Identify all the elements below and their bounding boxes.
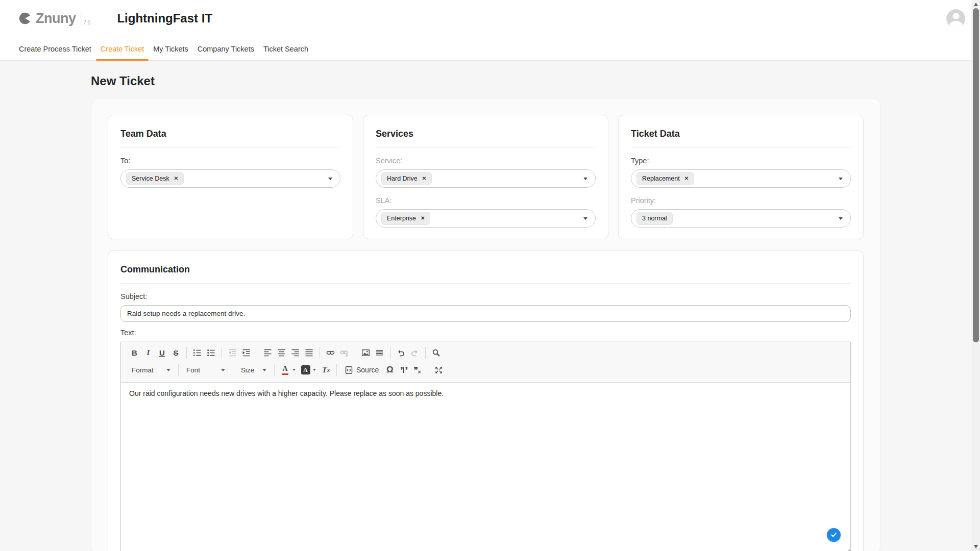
scrollbar-up-icon[interactable]	[974, 3, 978, 6]
tab-my-tickets[interactable]: My Tickets	[149, 37, 192, 60]
type-label: Type:	[631, 157, 851, 165]
redo-icon[interactable]	[408, 346, 422, 359]
main-nav: Create Process Ticket Create Ticket My T…	[0, 37, 971, 61]
user-avatar-icon[interactable]	[946, 9, 965, 28]
ticket-data-card: Ticket Data Type: Replacement ✕ Priority	[618, 115, 864, 239]
text-label: Text:	[120, 329, 851, 337]
ticket-data-title: Ticket Data	[631, 129, 851, 148]
editor-body[interactable]: Our raid configuration needs new drives …	[121, 383, 850, 551]
chevron-down-icon[interactable]	[292, 369, 296, 371]
bold-icon[interactable]: B	[128, 346, 141, 359]
page-scrollbar[interactable]	[971, 0, 980, 551]
remove-icon[interactable]: ✕	[422, 176, 426, 181]
chevron-down-icon[interactable]	[583, 178, 587, 180]
unlink-icon[interactable]	[337, 346, 351, 359]
page: Znuny 7.0 LightningFast IT Create Proces…	[0, 0, 971, 551]
logo-divider	[81, 14, 81, 24]
service-select[interactable]: Hard Drive ✕	[376, 169, 596, 188]
justify-icon[interactable]	[302, 346, 316, 359]
align-left-icon[interactable]	[261, 346, 275, 359]
link-icon[interactable]	[324, 346, 337, 359]
remove-icon[interactable]: ✕	[684, 176, 689, 181]
service-label: Service:	[376, 157, 596, 165]
communication-card: Communication Subject: Text: B I U	[108, 251, 864, 551]
type-select[interactable]: Replacement ✕	[631, 169, 851, 188]
znuny-logo[interactable]: Znuny 7.0	[18, 11, 90, 27]
chevron-down-icon[interactable]	[313, 369, 316, 371]
italic-icon[interactable]: I	[141, 346, 155, 359]
tab-create-ticket[interactable]: Create Ticket	[96, 37, 149, 60]
horizontal-rule-icon[interactable]	[373, 346, 386, 359]
sla-label: SLA:	[376, 196, 596, 205]
remove-quote-icon[interactable]: ❜❜✕	[410, 363, 424, 377]
type-selected-pill: Replacement ✕	[636, 172, 694, 185]
editor-resize-handle[interactable]	[844, 549, 850, 551]
remove-format-icon[interactable]: Tx	[319, 363, 333, 377]
background-color-icon[interactable]: A	[299, 363, 312, 377]
special-character-icon[interactable]: Ω	[383, 363, 397, 377]
indent-icon[interactable]	[239, 346, 253, 359]
communication-title: Communication	[120, 264, 851, 284]
scrollbar-down-icon[interactable]	[974, 545, 978, 548]
tab-company-tickets[interactable]: Company Tickets	[193, 37, 259, 60]
znuny-pacman-icon	[18, 11, 33, 26]
chevron-down-icon	[221, 369, 225, 371]
cards-row: Team Data To: Service Desk ✕ Servi	[108, 115, 864, 239]
chevron-down-icon[interactable]	[583, 217, 587, 220]
image-icon[interactable]	[359, 346, 373, 359]
underline-icon[interactable]: U	[155, 346, 169, 359]
subject-input[interactable]	[120, 305, 851, 322]
check-icon	[830, 531, 838, 539]
text-color-icon[interactable]: A	[278, 363, 292, 377]
remove-icon[interactable]: ✕	[174, 176, 178, 181]
chevron-down-icon	[262, 369, 266, 371]
remove-icon[interactable]: ✕	[421, 216, 425, 221]
services-card: Services Service: Hard Drive ✕ SLA:	[363, 115, 608, 239]
chevron-down-icon[interactable]	[839, 178, 843, 180]
richtext-editor: B I U S	[120, 341, 851, 551]
priority-selected-pill: 3 normal	[636, 212, 673, 225]
font-dropdown[interactable]: Font	[182, 363, 229, 377]
size-dropdown[interactable]: Size	[237, 363, 271, 377]
services-title: Services	[376, 129, 596, 148]
priority-label: Priority:	[631, 196, 851, 205]
source-button[interactable]: Source	[340, 366, 383, 374]
format-dropdown[interactable]: Format	[128, 363, 175, 377]
editor-toolbar: B I U S	[121, 341, 850, 383]
logo-wordmark: Znuny	[36, 11, 76, 27]
to-select[interactable]: Service Desk ✕	[120, 169, 340, 188]
search-icon[interactable]	[429, 346, 443, 359]
tab-ticket-search[interactable]: Ticket Search	[259, 37, 313, 60]
service-selected-pill: Hard Drive ✕	[381, 172, 432, 185]
strikethrough-icon[interactable]: S	[169, 346, 183, 359]
chevron-down-icon[interactable]	[839, 217, 843, 220]
editor-text: Our raid configuration needs new drives …	[129, 389, 842, 397]
page-title: New Ticket	[91, 74, 971, 88]
scrollbar-thumb[interactable]	[973, 8, 979, 342]
check-badge[interactable]	[827, 528, 841, 542]
company-title: LightningFast IT	[117, 11, 212, 26]
priority-select[interactable]: 3 normal	[631, 209, 851, 228]
align-right-icon[interactable]	[288, 346, 302, 359]
logo-version: 7.0	[84, 20, 91, 26]
outdent-icon[interactable]	[226, 346, 239, 359]
maximize-icon[interactable]	[432, 363, 446, 377]
align-center-icon[interactable]	[275, 346, 288, 359]
tab-create-process-ticket[interactable]: Create Process Ticket	[14, 37, 96, 60]
team-data-card: Team Data To: Service Desk ✕	[108, 115, 353, 239]
form-container: Team Data To: Service Desk ✕ Servi	[91, 98, 880, 551]
content: New Ticket Team Data To: Service Desk ✕	[0, 74, 971, 551]
undo-icon[interactable]	[394, 346, 408, 359]
numbered-list-icon[interactable]	[190, 346, 204, 359]
source-doc-icon	[345, 366, 353, 374]
subject-label: Subject:	[120, 292, 851, 300]
team-data-title: Team Data	[120, 129, 340, 148]
insert-quote-icon[interactable]: ❜❜	[397, 363, 410, 377]
bulleted-list-icon[interactable]	[204, 346, 218, 359]
to-label: To:	[120, 157, 340, 165]
chevron-down-icon[interactable]	[328, 178, 332, 180]
chevron-down-icon	[166, 369, 170, 371]
sla-selected-pill: Enterprise ✕	[381, 212, 430, 225]
sla-select[interactable]: Enterprise ✕	[376, 209, 596, 228]
header: Znuny 7.0 LightningFast IT	[0, 0, 971, 37]
